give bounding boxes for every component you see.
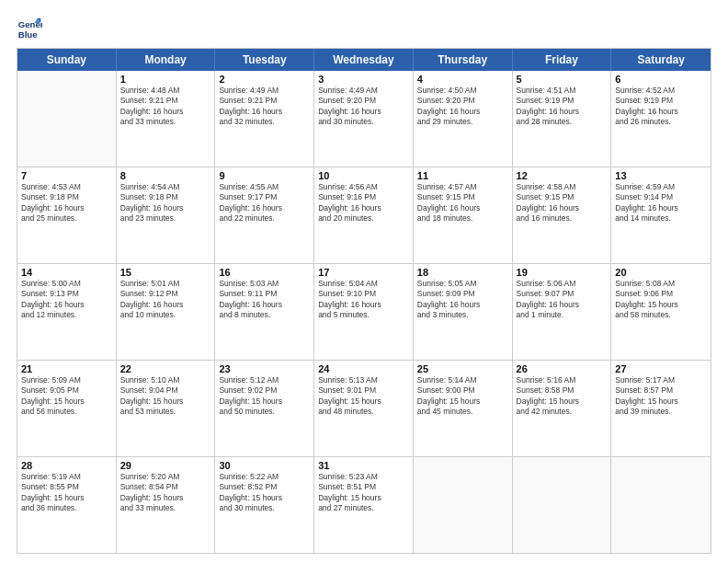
cell-date-7: 7 [21,170,112,181]
cell-info-1: Sunrise: 4:48 AM Sunset: 9:21 PM Dayligh… [120,86,211,128]
cal-cell-18: 18Sunrise: 5:05 AM Sunset: 9:09 PM Dayli… [414,264,513,360]
cal-cell-empty-4-4 [414,457,513,553]
cal-cell-2: 2Sunrise: 4:49 AM Sunset: 9:21 PM Daylig… [215,71,314,167]
cell-info-7: Sunrise: 4:53 AM Sunset: 9:18 PM Dayligh… [21,182,112,224]
cell-info-5: Sunrise: 4:51 AM Sunset: 9:19 PM Dayligh… [517,86,608,128]
cell-info-19: Sunrise: 5:06 AM Sunset: 9:07 PM Dayligh… [517,279,608,321]
logo-icon: General Blue [17,17,42,42]
cell-date-21: 21 [21,363,112,374]
cal-cell-17: 17Sunrise: 5:04 AM Sunset: 9:10 PM Dayli… [314,264,414,360]
cell-info-12: Sunrise: 4:58 AM Sunset: 9:15 PM Dayligh… [517,182,608,224]
cell-info-15: Sunrise: 5:01 AM Sunset: 9:12 PM Dayligh… [120,279,211,321]
cell-date-15: 15 [120,267,211,278]
cal-cell-24: 24Sunrise: 5:13 AM Sunset: 9:01 PM Dayli… [314,361,414,456]
page: General Blue SundayMondayTuesdayWednesda… [0,0,728,563]
cell-info-25: Sunrise: 5:14 AM Sunset: 9:00 PM Dayligh… [417,375,508,418]
cal-cell-5: 5Sunrise: 4:51 AM Sunset: 9:19 PM Daylig… [513,71,612,167]
header-day-sunday: Sunday [17,49,117,71]
cell-date-11: 11 [417,170,508,181]
cell-date-26: 26 [517,363,608,374]
cell-info-22: Sunrise: 5:10 AM Sunset: 9:04 PM Dayligh… [120,375,211,418]
cell-date-10: 10 [318,170,409,181]
cell-date-13: 13 [615,170,707,181]
cell-date-25: 25 [417,363,508,374]
cal-cell-13: 13Sunrise: 4:59 AM Sunset: 9:14 PM Dayli… [611,167,711,263]
cell-date-22: 22 [120,363,211,374]
cell-info-11: Sunrise: 4:57 AM Sunset: 9:15 PM Dayligh… [417,182,508,224]
cell-info-26: Sunrise: 5:16 AM Sunset: 8:58 PM Dayligh… [517,375,608,418]
cal-cell-30: 30Sunrise: 5:22 AM Sunset: 8:52 PM Dayli… [215,457,314,553]
cal-cell-25: 25Sunrise: 5:14 AM Sunset: 9:00 PM Dayli… [414,361,513,456]
cell-info-14: Sunrise: 5:00 AM Sunset: 9:13 PM Dayligh… [21,279,112,321]
cell-info-18: Sunrise: 5:05 AM Sunset: 9:09 PM Dayligh… [417,279,508,321]
cell-date-18: 18 [417,267,508,278]
cell-date-31: 31 [318,460,409,471]
logo: General Blue [17,17,44,42]
cal-cell-29: 29Sunrise: 5:20 AM Sunset: 8:54 PM Dayli… [117,457,216,553]
cal-cell-1: 1Sunrise: 4:48 AM Sunset: 9:21 PM Daylig… [117,71,216,167]
header-day-thursday: Thursday [414,49,513,71]
cell-date-4: 4 [417,74,508,85]
cell-date-1: 1 [120,74,211,85]
cell-info-8: Sunrise: 4:54 AM Sunset: 9:18 PM Dayligh… [120,182,211,224]
header-day-saturday: Saturday [611,49,711,71]
cell-info-24: Sunrise: 5:13 AM Sunset: 9:01 PM Dayligh… [318,375,409,418]
cell-info-16: Sunrise: 5:03 AM Sunset: 9:11 PM Dayligh… [219,279,310,321]
cell-info-17: Sunrise: 5:04 AM Sunset: 9:10 PM Dayligh… [318,279,409,321]
header: General Blue [17,17,711,42]
cal-cell-6: 6Sunrise: 4:52 AM Sunset: 9:19 PM Daylig… [611,71,711,167]
cal-cell-12: 12Sunrise: 4:58 AM Sunset: 9:15 PM Dayli… [513,167,612,263]
header-day-tuesday: Tuesday [215,49,314,71]
cal-cell-27: 27Sunrise: 5:17 AM Sunset: 8:57 PM Dayli… [611,361,711,456]
cell-date-28: 28 [21,460,112,471]
cal-cell-21: 21Sunrise: 5:09 AM Sunset: 9:05 PM Dayli… [17,361,117,456]
cell-date-17: 17 [318,267,409,278]
cal-cell-15: 15Sunrise: 5:01 AM Sunset: 9:12 PM Dayli… [117,264,216,360]
cell-date-30: 30 [219,460,310,471]
cal-cell-14: 14Sunrise: 5:00 AM Sunset: 9:13 PM Dayli… [17,264,117,360]
cell-date-14: 14 [21,267,112,278]
cal-cell-11: 11Sunrise: 4:57 AM Sunset: 9:15 PM Dayli… [414,167,513,263]
cal-cell-9: 9Sunrise: 4:55 AM Sunset: 9:17 PM Daylig… [215,167,314,263]
cell-info-4: Sunrise: 4:50 AM Sunset: 9:20 PM Dayligh… [417,86,508,128]
cell-info-9: Sunrise: 4:55 AM Sunset: 9:17 PM Dayligh… [219,182,310,224]
header-day-wednesday: Wednesday [314,49,414,71]
cal-cell-4: 4Sunrise: 4:50 AM Sunset: 9:20 PM Daylig… [414,71,513,167]
cal-cell-19: 19Sunrise: 5:06 AM Sunset: 9:07 PM Dayli… [513,264,612,360]
cal-cell-7: 7Sunrise: 4:53 AM Sunset: 9:18 PM Daylig… [17,167,117,263]
cal-cell-empty-4-6 [611,457,711,553]
cell-info-28: Sunrise: 5:19 AM Sunset: 8:55 PM Dayligh… [21,472,112,514]
cal-cell-23: 23Sunrise: 5:12 AM Sunset: 9:02 PM Dayli… [215,361,314,456]
cell-info-21: Sunrise: 5:09 AM Sunset: 9:05 PM Dayligh… [21,375,112,418]
cell-info-20: Sunrise: 5:08 AM Sunset: 9:06 PM Dayligh… [615,279,707,321]
calendar-row-2: 7Sunrise: 4:53 AM Sunset: 9:18 PM Daylig… [17,167,711,264]
cal-cell-10: 10Sunrise: 4:56 AM Sunset: 9:16 PM Dayli… [314,167,414,263]
calendar: SundayMondayTuesdayWednesdayThursdayFrid… [17,48,711,554]
cal-cell-28: 28Sunrise: 5:19 AM Sunset: 8:55 PM Dayli… [17,457,117,553]
calendar-row-4: 21Sunrise: 5:09 AM Sunset: 9:05 PM Dayli… [17,361,711,457]
cell-info-3: Sunrise: 4:49 AM Sunset: 9:20 PM Dayligh… [318,86,409,128]
cell-info-6: Sunrise: 4:52 AM Sunset: 9:19 PM Dayligh… [615,86,707,128]
cell-date-3: 3 [318,74,409,85]
cell-info-13: Sunrise: 4:59 AM Sunset: 9:14 PM Dayligh… [615,182,707,224]
cell-date-8: 8 [120,170,211,181]
header-day-monday: Monday [117,49,216,71]
calendar-row-5: 28Sunrise: 5:19 AM Sunset: 8:55 PM Dayli… [17,457,711,553]
cell-info-2: Sunrise: 4:49 AM Sunset: 9:21 PM Dayligh… [219,86,310,128]
cell-info-27: Sunrise: 5:17 AM Sunset: 8:57 PM Dayligh… [615,375,707,418]
calendar-body: 1Sunrise: 4:48 AM Sunset: 9:21 PM Daylig… [17,71,711,553]
cal-cell-3: 3Sunrise: 4:49 AM Sunset: 9:20 PM Daylig… [314,71,414,167]
cal-cell-16: 16Sunrise: 5:03 AM Sunset: 9:11 PM Dayli… [215,264,314,360]
cell-info-29: Sunrise: 5:20 AM Sunset: 8:54 PM Dayligh… [120,472,211,514]
cell-date-12: 12 [517,170,608,181]
cell-info-23: Sunrise: 5:12 AM Sunset: 9:02 PM Dayligh… [219,375,310,418]
cell-info-30: Sunrise: 5:22 AM Sunset: 8:52 PM Dayligh… [219,472,310,514]
cell-info-10: Sunrise: 4:56 AM Sunset: 9:16 PM Dayligh… [318,182,409,224]
cal-cell-empty-4-5 [513,457,612,553]
cell-date-9: 9 [219,170,310,181]
cell-date-19: 19 [517,267,608,278]
calendar-row-3: 14Sunrise: 5:00 AM Sunset: 9:13 PM Dayli… [17,264,711,361]
cell-date-2: 2 [219,74,310,85]
header-day-friday: Friday [513,49,612,71]
cal-cell-20: 20Sunrise: 5:08 AM Sunset: 9:06 PM Dayli… [611,264,711,360]
